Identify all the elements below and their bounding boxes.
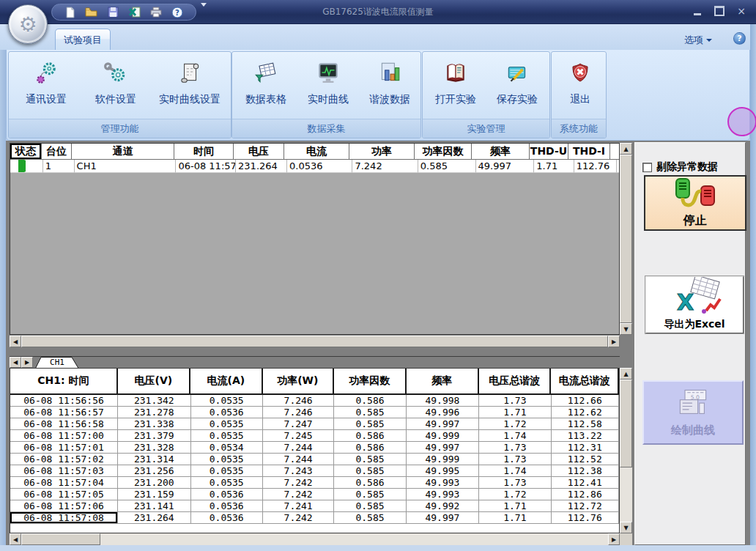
scroll-left-icon[interactable]: ◀ bbox=[10, 336, 21, 347]
table-cell[interactable]: 06-08 11:56:57 bbox=[10, 407, 118, 418]
table-cell[interactable]: 49.996 bbox=[407, 407, 479, 418]
table-cell[interactable]: 49.997 bbox=[407, 442, 479, 454]
table-cell[interactable]: 1.73 bbox=[479, 454, 551, 465]
table-cell[interactable]: 0.0535 bbox=[191, 418, 263, 430]
status-table-hscrollbar[interactable]: ◀ ▶ bbox=[10, 336, 620, 347]
sheet-prev-icon[interactable]: ◀ bbox=[10, 357, 21, 368]
table-cell[interactable]: 1.72 bbox=[479, 489, 551, 500]
cell-thd-i[interactable]: 112.76 bbox=[574, 160, 617, 173]
table-row[interactable]: 06-08 11:57:01231.3280.05347.2440.58649.… bbox=[10, 442, 619, 454]
scroll-down-icon[interactable]: ▼ bbox=[620, 323, 632, 335]
table-cell[interactable]: 0.585 bbox=[334, 407, 406, 418]
table-cell[interactable]: 231.159 bbox=[118, 489, 190, 500]
table-cell[interactable]: 49.999 bbox=[407, 454, 479, 465]
table-cell[interactable]: 7.242 bbox=[263, 512, 334, 524]
table-cell[interactable]: 0.586 bbox=[334, 477, 406, 489]
realtime-curve-button[interactable]: 实时曲线 bbox=[298, 55, 358, 118]
realtime-curve-settings-button[interactable]: 实时曲线设置 bbox=[151, 55, 229, 118]
table-cell[interactable]: 0.586 bbox=[334, 442, 406, 454]
table-cell[interactable]: 231.256 bbox=[118, 465, 190, 477]
sheet-next-icon[interactable]: ▶ bbox=[21, 357, 33, 368]
table-row[interactable]: 06-08 11:57:08231.2640.05367.2420.58549.… bbox=[10, 512, 619, 524]
close-button[interactable]: × bbox=[734, 4, 749, 18]
cell-station[interactable]: 1 bbox=[43, 160, 75, 173]
table-cell[interactable]: 7.246 bbox=[263, 407, 334, 418]
table-cell[interactable]: 0.0535 bbox=[191, 430, 263, 442]
table-row[interactable]: 06-08 11:56:57231.2780.05367.2460.58549.… bbox=[10, 407, 619, 418]
tab-test-project[interactable]: 试验项目 bbox=[55, 29, 111, 50]
table-cell[interactable]: 0.0536 bbox=[191, 407, 263, 418]
table-cell[interactable]: 0.586 bbox=[334, 395, 406, 407]
table-cell[interactable]: 0.0534 bbox=[191, 442, 263, 454]
cell-time[interactable]: 06-08 11:57:08 bbox=[176, 160, 236, 173]
table-cell[interactable]: 112.66 bbox=[552, 395, 619, 407]
table-cell[interactable]: 0.0536 bbox=[191, 512, 263, 524]
cell-current[interactable]: 0.0536 bbox=[287, 160, 352, 173]
status-table-vscrollbar[interactable]: ▲ ▼ bbox=[620, 143, 632, 335]
table-cell[interactable]: 1.71 bbox=[479, 512, 551, 524]
table-cell[interactable]: 231.278 bbox=[118, 407, 190, 418]
table-cell[interactable]: 1.73 bbox=[479, 442, 551, 454]
table-row[interactable]: 06-08 11:57:03231.2560.05357.2430.58549.… bbox=[10, 465, 619, 477]
cell-channel[interactable]: CH1 bbox=[75, 160, 177, 173]
table-cell[interactable]: 1.74 bbox=[479, 430, 551, 442]
table-cell[interactable]: 49.999 bbox=[407, 430, 479, 442]
table-cell[interactable]: 0.585 bbox=[334, 418, 406, 430]
table-cell[interactable]: 0.586 bbox=[334, 430, 406, 442]
table-row[interactable]: 06-08 11:57:04231.2000.05357.2420.58649.… bbox=[10, 477, 619, 489]
table-cell[interactable]: 112.62 bbox=[552, 407, 619, 418]
table-cell[interactable]: 112.58 bbox=[552, 418, 619, 430]
table-cell[interactable]: 112.52 bbox=[552, 454, 619, 465]
harmonic-data-button[interactable]: 谐波数据 bbox=[360, 55, 420, 118]
table-cell[interactable]: 49.992 bbox=[407, 500, 479, 512]
table-row[interactable]: 06-08 11:57:00231.3790.05357.2450.58649.… bbox=[10, 430, 619, 442]
table-cell[interactable]: 06-08 11:56:58 bbox=[10, 418, 118, 430]
cell-thd-u[interactable]: 1.71 bbox=[534, 160, 574, 173]
table-row[interactable]: 06-08 11:56:56231.3420.05357.2460.58649.… bbox=[10, 395, 619, 407]
table-cell[interactable]: 231.200 bbox=[118, 477, 190, 489]
scroll-right-icon[interactable]: ▶ bbox=[608, 533, 620, 545]
stop-button[interactable]: 停止 bbox=[644, 175, 746, 231]
table-cell[interactable]: 49.997 bbox=[407, 418, 479, 430]
table-cell[interactable]: 06-08 11:57:00 bbox=[10, 430, 118, 442]
table-cell[interactable]: 06-08 11:57:08 bbox=[10, 512, 118, 524]
save-experiment-button[interactable]: 保存实验 bbox=[487, 55, 547, 118]
table-cell[interactable]: 49.998 bbox=[407, 395, 479, 407]
table-cell[interactable]: 49.993 bbox=[407, 477, 479, 489]
scroll-thumb[interactable] bbox=[21, 336, 608, 347]
data-table-hscrollbar[interactable]: ◀ ▶ bbox=[10, 533, 620, 545]
scroll-up-icon[interactable]: ▲ bbox=[620, 143, 632, 155]
table-cell[interactable]: 7.247 bbox=[263, 418, 334, 430]
status-table-row[interactable]: 1 CH1 06-08 11:57:08 231.264 0.0536 7.24… bbox=[10, 160, 619, 173]
table-cell[interactable]: 231.141 bbox=[118, 500, 190, 512]
maximize-button[interactable] bbox=[712, 4, 727, 18]
table-cell[interactable]: 1.73 bbox=[479, 395, 551, 407]
table-cell[interactable]: 7.244 bbox=[263, 454, 334, 465]
table-cell[interactable]: 1.71 bbox=[479, 407, 551, 418]
table-cell[interactable]: 112.41 bbox=[552, 477, 619, 489]
sheet-tab-ch1[interactable]: CH1 bbox=[35, 357, 79, 369]
table-cell[interactable]: 06-08 11:57:06 bbox=[10, 500, 118, 512]
table-cell[interactable]: 49.993 bbox=[407, 489, 479, 500]
table-row[interactable]: 06-08 11:56:58231.3380.05357.2470.58549.… bbox=[10, 418, 619, 430]
data-table-button[interactable]: 数据表格 bbox=[235, 55, 297, 118]
table-cell[interactable]: 0.0535 bbox=[191, 454, 263, 465]
table-cell[interactable]: 7.245 bbox=[263, 430, 334, 442]
cell-frequency[interactable]: 49.997 bbox=[476, 160, 535, 173]
table-cell[interactable]: 7.243 bbox=[263, 465, 334, 477]
table-cell[interactable]: 1.71 bbox=[479, 500, 551, 512]
table-cell[interactable]: 06-08 11:57:02 bbox=[10, 454, 118, 465]
scroll-thumb[interactable] bbox=[620, 380, 632, 467]
table-cell[interactable]: 113.22 bbox=[552, 430, 619, 442]
table-cell[interactable]: 112.86 bbox=[552, 489, 619, 500]
table-cell[interactable]: 1.72 bbox=[479, 418, 551, 430]
table-cell[interactable]: 7.242 bbox=[263, 489, 334, 500]
table-cell[interactable]: 0.585 bbox=[334, 489, 406, 500]
checkbox-box[interactable] bbox=[642, 163, 652, 172]
cell-voltage[interactable]: 231.264 bbox=[236, 160, 287, 173]
table-cell[interactable]: 0.0535 bbox=[191, 465, 263, 477]
table-cell[interactable]: 231.338 bbox=[118, 418, 190, 430]
table-cell[interactable]: 112.31 bbox=[552, 442, 619, 454]
scroll-down-icon[interactable]: ▼ bbox=[620, 522, 632, 533]
table-cell[interactable]: 231.314 bbox=[118, 454, 190, 465]
